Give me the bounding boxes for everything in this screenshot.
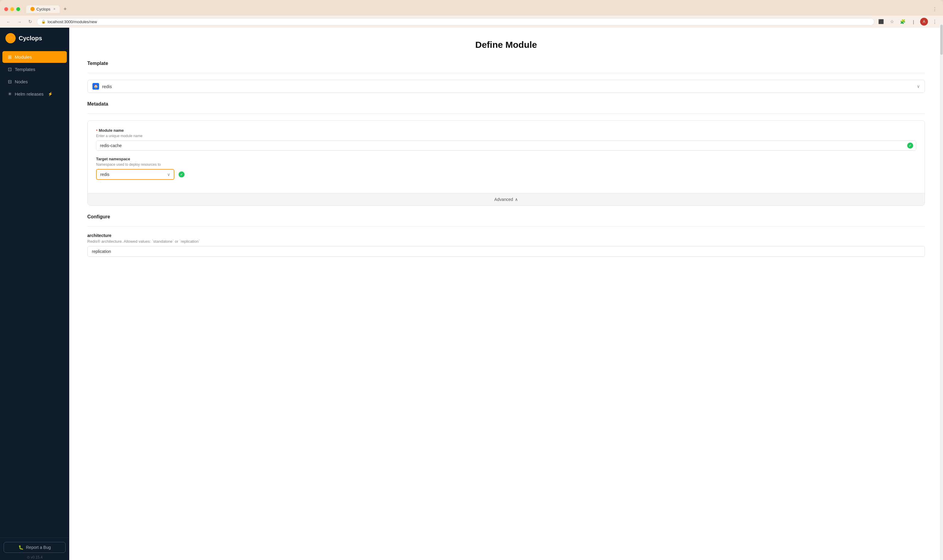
new-tab-button[interactable]: + (62, 5, 69, 12)
namespace-chevron-icon: ∨ (167, 172, 170, 177)
refresh-button[interactable]: ↻ (26, 17, 34, 26)
minimize-button[interactable] (10, 7, 14, 11)
target-namespace-select[interactable]: redis ∨ (96, 169, 174, 180)
app-wrapper: 🔆 Cyclops ⊞ Modules ⊡ Templates ⊟ Nodes … (0, 28, 943, 560)
advanced-chevron-icon: ∧ (515, 197, 518, 202)
namespace-select-inner: redis (100, 172, 109, 177)
module-name-hint: Enter a unique module name (96, 134, 916, 138)
module-name-label: • Module name (96, 128, 916, 132)
sidebar-bottom: 🐛 Report a Bug ⊙ v0.15.4 (0, 537, 69, 560)
browser-more-icon[interactable]: ⋮ (931, 17, 939, 26)
sidebar-item-helm-releases[interactable]: ✳ Helm releases ⚡ (2, 88, 67, 100)
module-name-field-group: • Module name Enter a unique module name… (96, 128, 916, 151)
browser-toolbar: ← → ↻ 🔒 localhost:3000/modules/new ⬛ ☆ 🧩… (0, 15, 943, 28)
template-section-label: Template (87, 61, 925, 66)
profile-icon[interactable]: A (920, 18, 928, 26)
sidebar-item-templates[interactable]: ⊡ Templates (2, 63, 67, 75)
report-bug-button[interactable]: 🐛 Report a Bug (4, 542, 66, 553)
github-icon: ⊙ (27, 555, 31, 559)
sidebar-item-nodes-label: Nodes (15, 79, 28, 84)
scrollbar-track[interactable] (940, 24, 943, 560)
metadata-section-label: Metadata (87, 102, 925, 107)
advanced-toggle[interactable]: Advanced ∧ (88, 193, 924, 205)
modules-icon: ⊞ (8, 54, 12, 60)
version-label: ⊙ v0.15.4 (4, 555, 66, 559)
target-namespace-field-group: Target namespace Namespace used to deplo… (96, 157, 916, 180)
sidebar-nav: ⊞ Modules ⊡ Templates ⊟ Nodes ✳ Helm rel… (0, 48, 69, 537)
report-bug-icon: 🐛 (19, 545, 23, 550)
advanced-label: Advanced (494, 197, 513, 202)
target-namespace-label: Target namespace (96, 157, 916, 161)
metadata-card: • Module name Enter a unique module name… (87, 120, 925, 206)
extensions-icon[interactable]: 🧩 (898, 17, 907, 26)
sidebar-item-helm-releases-label: Helm releases (15, 91, 44, 97)
version-text: v0.15.4 (31, 555, 42, 559)
close-button[interactable] (4, 7, 8, 11)
template-chevron-icon: ∨ (917, 84, 920, 89)
configure-section-label: Configure (87, 214, 925, 220)
nodes-icon: ⊟ (8, 79, 12, 85)
metadata-inner: • Module name Enter a unique module name… (88, 121, 924, 193)
logo-icon: 🔆 (5, 33, 15, 43)
active-tab[interactable]: Cyclops × (26, 5, 60, 13)
maximize-button[interactable] (16, 7, 20, 11)
back-button[interactable]: ← (4, 17, 12, 26)
namespace-select-value: redis (100, 172, 109, 177)
template-select[interactable]: 🏠 redis ∨ (87, 80, 925, 93)
divider-icon: | (909, 17, 918, 26)
templates-icon: ⊡ (8, 66, 12, 72)
toolbar-right: ⬛ ☆ 🧩 | A ⋮ (877, 17, 939, 26)
bookmark-icon[interactable]: ☆ (887, 17, 896, 26)
address-bar[interactable]: 🔒 localhost:3000/modules/new (37, 18, 874, 26)
tab-title: Cyclops (36, 7, 50, 11)
sidebar-item-modules[interactable]: ⊞ Modules (2, 51, 67, 63)
architecture-field-group: architecture Redis® architecture. Allowe… (87, 233, 925, 257)
page-title: Define Module (87, 40, 925, 50)
sidebar-item-nodes[interactable]: ⊟ Nodes (2, 76, 67, 88)
browser-titlebar: Cyclops × + ⋮ (0, 3, 943, 15)
module-name-input[interactable] (96, 140, 916, 151)
tab-bar: Cyclops × + (26, 5, 928, 13)
metadata-divider (87, 113, 925, 114)
template-select-value: redis (102, 84, 112, 89)
namespace-valid-icon: ✓ (179, 171, 185, 177)
configure-fields: architecture Redis® architecture. Allowe… (87, 233, 925, 257)
lock-icon: 🔒 (41, 20, 46, 24)
template-divider (87, 73, 925, 73)
helm-releases-badge: ⚡ (48, 92, 53, 96)
template-select-inner: 🏠 redis (93, 83, 112, 90)
architecture-hint: Redis® architecture. Allowed values: `st… (87, 239, 925, 244)
module-name-valid-icon: ✓ (907, 143, 913, 149)
required-dot: • (96, 128, 97, 132)
sidebar: 🔆 Cyclops ⊞ Modules ⊡ Templates ⊟ Nodes … (0, 28, 69, 560)
sidebar-item-modules-label: Modules (15, 54, 32, 60)
forward-button[interactable]: → (15, 17, 23, 26)
architecture-label: architecture (87, 233, 925, 238)
architecture-input[interactable] (87, 246, 925, 257)
sidebar-logo: 🔆 Cyclops (0, 28, 69, 48)
template-select-icon: 🏠 (93, 83, 99, 90)
report-bug-label: Report a Bug (26, 545, 51, 550)
target-namespace-hint: Namespace used to deploy resources to (96, 162, 916, 167)
helm-releases-icon: ✳ (8, 91, 12, 97)
tab-favicon (31, 7, 35, 11)
browser-chrome: Cyclops × + ⋮ ← → ↻ 🔒 localhost:3000/mod… (0, 0, 943, 28)
cast-icon[interactable]: ⬛ (877, 17, 885, 26)
main-content: Define Module Template 🏠 redis ∨ Metadat… (69, 28, 943, 560)
tab-close-icon[interactable]: × (53, 7, 56, 11)
configure-divider (87, 226, 925, 226)
url-text: localhost:3000/modules/new (48, 20, 97, 24)
window-buttons (4, 7, 20, 11)
scrollbar-thumb[interactable] (940, 25, 943, 55)
module-name-input-wrapper: ✓ (96, 140, 916, 151)
sidebar-item-templates-label: Templates (15, 67, 35, 72)
browser-menu-icon[interactable]: ⋮ (931, 5, 939, 13)
logo-text: Cyclops (19, 35, 42, 42)
